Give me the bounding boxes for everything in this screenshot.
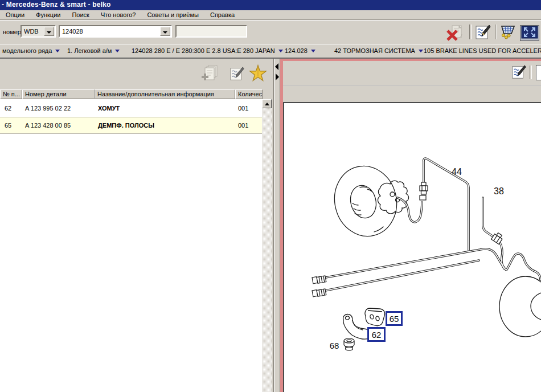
- toolbar-divider: [283, 85, 541, 86]
- diagram-edit-notes-button[interactable]: [511, 64, 527, 80]
- cell-quantity: 001: [238, 117, 248, 134]
- parts-basket-button[interactable]: [499, 24, 517, 41]
- title-bar: - Mercedes-Benz & smart - belko: [0, 0, 541, 10]
- number-label: номер: [3, 28, 21, 35]
- cell-position: 65: [5, 117, 11, 134]
- code-select-value: WDB: [24, 28, 39, 35]
- expand-view-icon: [520, 25, 539, 41]
- menu-help[interactable]: Справка: [204, 11, 240, 19]
- code-select-dropdown-button[interactable]: [44, 27, 54, 36]
- star-icon: [248, 64, 268, 84]
- cell-quantity: 001: [238, 99, 248, 117]
- callout-68: 68: [330, 341, 339, 350]
- chevron-down-icon: [311, 50, 315, 52]
- clipped-toolbar-icon[interactable]: [536, 65, 541, 80]
- breadcrumb-model-series[interactable]: модельного ряда: [2, 47, 60, 54]
- scroll-up-button[interactable]: [262, 99, 272, 108]
- aux-input[interactable]: [175, 25, 247, 38]
- panel-edit-notes-button[interactable]: [229, 66, 245, 82]
- chevron-down-icon: [278, 50, 283, 52]
- col-header-part-number[interactable]: Номер детали: [22, 89, 95, 99]
- toolbar-separator: [495, 24, 497, 39]
- col-header-position[interactable]: № п...: [0, 89, 22, 99]
- col-header-name[interactable]: Название/дополнительная информация: [95, 89, 235, 99]
- toolbar-separator: [530, 66, 532, 79]
- breadcrumb-subgroup[interactable]: 105 BRAKE LINES USED FOR ACCELERATIO: [424, 47, 541, 54]
- callout-box-65[interactable]: 65: [387, 312, 402, 325]
- breadcrumb-model-code[interactable]: 124.028: [285, 47, 315, 54]
- edit-notes-button[interactable]: [474, 24, 491, 41]
- diagram-panel-inner: 44 38 68 65 62: [283, 61, 541, 392]
- scrollbar-track[interactable]: [262, 108, 272, 392]
- callout-box-62[interactable]: 62: [368, 328, 385, 341]
- menu-bar: Опции Функции Поиск Что нового? Советы и…: [0, 10, 541, 20]
- callout-65-label: 65: [390, 314, 399, 324]
- expand-view-button[interactable]: [520, 25, 539, 41]
- breadcrumb-vehicle-type[interactable]: 1. Легковой а/м: [67, 47, 120, 54]
- code-select[interactable]: WDB: [21, 25, 56, 38]
- chevron-up-icon: [265, 103, 269, 105]
- parts-basket-icon: [499, 24, 517, 41]
- edit-notes-icon: [511, 64, 527, 80]
- table-scrollbar[interactable]: [262, 99, 272, 392]
- part-number-input[interactable]: 124028: [59, 25, 172, 38]
- cell-name: ДЕМПФ. ПОЛОСЫ: [98, 117, 154, 134]
- chevron-down-icon: [115, 50, 120, 52]
- cell-part-number: A 123 995 02 22: [25, 99, 71, 117]
- breadcrumb-group[interactable]: 42 ТОРМОЗНАЯ СИСТЕМА: [334, 47, 423, 54]
- edit-notes-icon: [229, 66, 245, 82]
- delete-document-button[interactable]: [446, 24, 464, 41]
- breadcrumb: модельного ряда 1. Легковой а/м 124028 2…: [0, 44, 541, 58]
- chevron-down-icon: [419, 50, 423, 52]
- diagram-frame: 44 38 68 65 62: [283, 102, 541, 392]
- parts-table-body: 62 A 123 995 02 22 ХОМУТ 001 65 A 123 42…: [0, 99, 262, 392]
- toolbar-separator: [469, 24, 472, 39]
- collapse-left-icon[interactable]: [275, 63, 278, 70]
- cell-part-number: A 123 428 00 85: [25, 117, 71, 134]
- delete-document-icon: [446, 24, 464, 41]
- menu-functions[interactable]: Функции: [30, 11, 66, 19]
- collapse-right-icon[interactable]: [276, 74, 279, 80]
- part-number-value: 124028: [62, 28, 83, 35]
- menu-whats-new[interactable]: Что нового?: [95, 11, 141, 19]
- chevron-down-icon: [47, 31, 51, 34]
- diagram-canvas: 44 38 68 65 62: [284, 103, 541, 392]
- search-toolbar: номер WDB 124028: [0, 20, 541, 44]
- chevron-down-icon: [55, 50, 60, 52]
- callout-62-label: 62: [372, 330, 382, 340]
- table-row[interactable]: 65 A 123 428 00 85 ДЕМПФ. ПОЛОСЫ 001: [0, 117, 262, 134]
- col-header-quantity[interactable]: Количес: [235, 89, 263, 99]
- table-row[interactable]: 62 A 123 995 02 22 ХОМУТ 001: [0, 99, 262, 117]
- menu-options[interactable]: Опции: [0, 11, 30, 19]
- favorite-star-button[interactable]: [248, 64, 268, 84]
- add-document-icon: [199, 63, 220, 85]
- add-document-button[interactable]: [199, 63, 220, 85]
- cell-name: ХОМУТ: [98, 99, 120, 117]
- cell-position: 62: [5, 99, 11, 117]
- callout-44: 44: [452, 167, 462, 177]
- breadcrumb-model[interactable]: 124028 280 E / E 280:300 E 2.8 USA:E 280…: [132, 47, 283, 54]
- edit-notes-icon: [474, 24, 491, 41]
- diagram-panel: 44 38 68 65 62: [280, 59, 541, 392]
- parts-list-panel: № п... Номер детали Название/дополнитель…: [0, 59, 274, 392]
- application-window: - Mercedes-Benz & smart - belko Опции Фу…: [0, 0, 541, 392]
- menu-search[interactable]: Поиск: [66, 11, 95, 19]
- menu-tips[interactable]: Советы и приёмы: [141, 11, 204, 19]
- part-number-dropdown-button[interactable]: [160, 27, 170, 36]
- chevron-down-icon: [163, 31, 167, 34]
- brake-lines-diagram: 44 38 68 65 62: [284, 103, 541, 392]
- panel-splitter[interactable]: [274, 59, 280, 392]
- callout-38: 38: [494, 186, 504, 196]
- window-title: - Mercedes-Benz & smart - belko: [2, 1, 111, 9]
